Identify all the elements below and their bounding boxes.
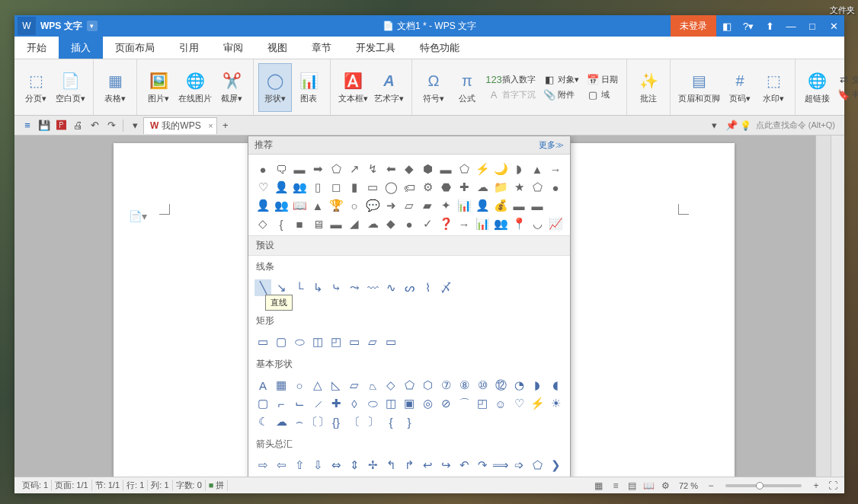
undo-icon[interactable]: ↶	[86, 118, 103, 133]
drop-cap-button[interactable]: A首字下沉	[485, 88, 538, 102]
sb-chars[interactable]: 字数: 0	[173, 480, 206, 491]
close-icon[interactable]: ✕	[823, 15, 844, 37]
arrow-callout-u2[interactable]: ⬆	[401, 475, 418, 477]
basic-cloud[interactable]: ☁	[273, 413, 290, 430]
rect-5[interactable]: ◰	[328, 333, 344, 350]
login-button[interactable]: 未登录	[671, 15, 716, 37]
shape-arrow-swoosh[interactable]: ↯	[364, 161, 381, 177]
shape-book[interactable]: 📖	[291, 197, 308, 214]
arrow-chevron[interactable]: ❯	[547, 457, 564, 474]
view-read-icon[interactable]: 📖	[642, 480, 656, 492]
shape-speech[interactable]: 🗨	[273, 161, 290, 177]
flag-icon[interactable]: ▾	[706, 118, 723, 133]
shape-row4-11[interactable]: ❓	[437, 215, 454, 232]
shapes-button[interactable]: ◯形状▾	[258, 63, 292, 112]
sb-sections[interactable]: 节: 1/1	[92, 480, 123, 491]
arrow-circle[interactable]: ↻	[346, 475, 363, 477]
basic-right-tri[interactable]: ◺	[328, 377, 344, 394]
sb-pages[interactable]: 页面: 1/1	[52, 480, 91, 491]
new-tab-icon[interactable]: +	[217, 118, 234, 133]
basic-oval[interactable]: ○	[291, 377, 308, 394]
upload-icon[interactable]: ⬆	[759, 15, 780, 37]
basic-donut[interactable]: ◎	[419, 395, 436, 412]
rect-1[interactable]: ▭	[255, 333, 271, 350]
online-picture-button[interactable]: 🌐在线图片	[175, 63, 215, 112]
rect-2[interactable]: ▢	[273, 333, 290, 350]
shape-row4-17[interactable]: 📈	[547, 215, 564, 232]
arrow-curve-l[interactable]: ↶	[456, 457, 472, 474]
shape-folder[interactable]: 📁	[492, 179, 509, 196]
arrow-callout-d[interactable]: ⬊	[273, 475, 290, 477]
shape-heart[interactable]: ♡	[255, 179, 271, 196]
arrow-quad[interactable]: ✢	[364, 457, 381, 474]
shape-arrow-right2[interactable]: →	[547, 161, 564, 177]
shape-curve[interactable]: ⤳	[346, 279, 363, 296]
shape-row4-12[interactable]: →	[456, 215, 472, 232]
shape-triangle[interactable]: ▲	[529, 161, 546, 177]
shape-monitor[interactable]: ▭	[364, 179, 381, 196]
arrow-striped[interactable]: ⟹	[492, 457, 509, 474]
basic-textbox2[interactable]: ▦	[273, 377, 290, 394]
basic-bracket[interactable]: 〔〕	[309, 413, 326, 430]
redo-icon[interactable]: ↷	[103, 118, 120, 133]
shape-star[interactable]: ★	[511, 179, 527, 196]
insert-number-button[interactable]: 123插入数字	[485, 73, 538, 87]
basic-bevel[interactable]: ▣	[401, 395, 418, 412]
watermark-button[interactable]: ⬚水印▾	[757, 63, 790, 112]
field-button[interactable]: ▢域	[584, 88, 620, 102]
view-web-icon[interactable]: ▤	[626, 480, 639, 492]
shape-rect2[interactable]: ▬	[437, 161, 454, 177]
date-button[interactable]: 📅日期	[584, 73, 620, 87]
rect-8[interactable]: ▭	[383, 333, 399, 350]
sb-line[interactable]: 行: 1	[123, 480, 148, 491]
shape-row4-4[interactable]: 🖥	[309, 215, 326, 232]
tab-page-layout[interactable]: 页面布局	[103, 37, 167, 59]
shape-line[interactable]: ╲	[255, 279, 271, 296]
shape-elbow2[interactable]: ⤷	[328, 279, 344, 296]
shape-row4-9[interactable]: ●	[401, 215, 418, 232]
basic-7[interactable]: ⑦	[437, 377, 454, 394]
sb-col[interactable]: 列: 1	[148, 480, 172, 491]
arrow-r[interactable]: ⇨	[255, 457, 271, 474]
pin-icon[interactable]: 📌	[723, 118, 740, 133]
basic-can[interactable]: ⬭	[364, 395, 381, 412]
save-icon[interactable]: 💾	[36, 118, 53, 133]
basic-folded[interactable]: ◰	[474, 395, 491, 412]
shape-triangle2[interactable]: ▲	[309, 197, 326, 214]
shape-diamond[interactable]: ◆	[401, 161, 418, 177]
side-panel-tab[interactable]	[815, 136, 831, 477]
tab-review[interactable]: 审阅	[211, 37, 255, 59]
picture-button[interactable]: 🖼️图片▾	[142, 63, 175, 112]
shape-cylinder[interactable]: ▯	[309, 179, 326, 196]
shape-pentagon[interactable]: ⬠	[328, 161, 344, 177]
shape-scribble2[interactable]: 〆	[437, 279, 454, 296]
basic-teardrop[interactable]: ◖	[547, 377, 564, 394]
shape-pentagon2[interactable]: ⬠	[456, 161, 472, 177]
shape-moon[interactable]: 🌙	[492, 161, 509, 177]
basic-plaque[interactable]: ◊	[346, 395, 363, 412]
bookmark-button[interactable]: 🔖书签	[835, 88, 858, 102]
basic-frame[interactable]: ▢	[255, 395, 271, 412]
basic-pentagon[interactable]: ⬠	[401, 377, 418, 394]
shape-curve3[interactable]: ∿	[383, 279, 399, 296]
tab-features[interactable]: 特色功能	[408, 37, 472, 59]
tab-close-icon[interactable]: ×	[208, 121, 213, 130]
shape-gear[interactable]: ⚙	[419, 179, 436, 196]
pdf-icon[interactable]: 🅿	[53, 118, 69, 133]
shape-plus[interactable]: ✚	[456, 179, 472, 196]
shape-trophy[interactable]: 🏆	[328, 197, 344, 214]
shape-hex2[interactable]: ⬣	[437, 179, 454, 196]
zoom-slider[interactable]	[725, 484, 802, 487]
shape-row4-1[interactable]: ◇	[255, 215, 271, 232]
blank-page-button[interactable]: 📄空白页▾	[53, 63, 88, 112]
rect-6[interactable]: ▭	[346, 333, 363, 350]
shape-oval[interactable]: ●	[255, 161, 271, 177]
page-number-button[interactable]: #页码▾	[723, 63, 757, 112]
tab-references[interactable]: 引用	[167, 37, 211, 59]
basic-moon[interactable]: ☾	[255, 413, 271, 430]
shape-row4-15[interactable]: 📍	[511, 215, 527, 232]
table-button[interactable]: ▦表格▾	[98, 63, 132, 112]
shape-arc[interactable]: ◗	[511, 161, 527, 177]
basic-hexagon[interactable]: ⬡	[419, 377, 436, 394]
sb-ime[interactable]: ■ 拼	[206, 480, 229, 491]
